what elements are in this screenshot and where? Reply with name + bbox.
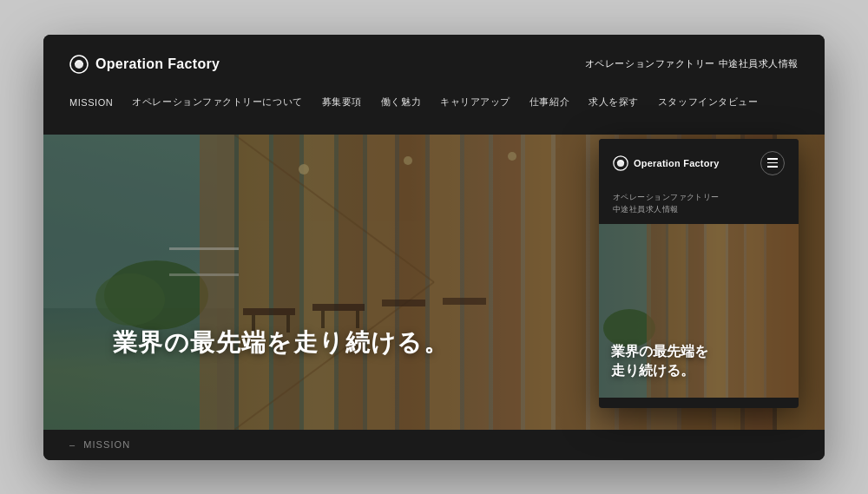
hamburger-icon xyxy=(767,158,778,168)
hamburger-line-2 xyxy=(767,162,778,164)
mobile-subtitle-line2: 中途社員求人情報 xyxy=(613,203,785,215)
nav-item-mission[interactable]: MISSION xyxy=(69,97,113,108)
mission-dash: – xyxy=(69,439,75,450)
mobile-header: Operation Factory xyxy=(599,139,799,188)
mobile-logo-text: Operation Factory xyxy=(634,158,719,168)
mobile-logo-area: Operation Factory xyxy=(613,155,719,171)
mobile-subtitle: オペレーションファクトリー 中途社員求人情報 xyxy=(599,188,799,225)
nav-item-search[interactable]: 求人を探す xyxy=(589,96,639,109)
logo-area: Operation Factory xyxy=(69,55,220,74)
hamburger-line-1 xyxy=(767,158,778,160)
mobile-subtitle-line1: オペレーションファクトリー xyxy=(613,191,785,203)
desktop-header: Operation Factory オペレーションファクトリー 中途社員求人情報… xyxy=(43,35,825,135)
top-bar: Operation Factory オペレーションファクトリー 中途社員求人情報 xyxy=(43,35,825,87)
logo-icon xyxy=(69,55,89,74)
mobile-hero-line2: 走り続ける。 xyxy=(611,361,708,380)
mobile-hero: 業界の最先端を 走り続ける。 xyxy=(599,224,799,398)
browser-window: Operation Factory オペレーションファクトリー 中途社員求人情報… xyxy=(43,35,825,460)
hamburger-line-3 xyxy=(767,166,778,168)
mission-label: MISSION xyxy=(83,439,130,450)
nav-item-about[interactable]: オペレーションファクトリーについて xyxy=(132,96,302,109)
top-right-text: オペレーションファクトリー 中途社員求人情報 xyxy=(585,57,799,70)
nav-item-requirements[interactable]: 募集要項 xyxy=(322,96,362,109)
nav-item-jobs[interactable]: 仕事紹介 xyxy=(529,96,569,109)
mobile-hero-text: 業界の最先端を 走り続ける。 xyxy=(611,342,708,381)
hero-tagline: 業界の最先端を走り続ける。 xyxy=(113,326,449,359)
nav-item-appeal[interactable]: 働く魅力 xyxy=(381,96,421,109)
nav-item-career[interactable]: キャリアアップ xyxy=(440,96,510,109)
mobile-menu-button[interactable] xyxy=(760,151,785,175)
logo-text: Operation Factory xyxy=(95,56,220,72)
bottom-section: – MISSION xyxy=(43,430,825,460)
nav-bar: MISSION オペレーションファクトリーについて 募集要項 働く魅力 キャリア… xyxy=(43,87,825,118)
mobile-logo-icon xyxy=(613,155,628,171)
mobile-overlay: Operation Factory オペレーションファクトリー 中途社員求人情報 xyxy=(599,139,799,408)
mobile-hero-line1: 業界の最先端を xyxy=(611,342,708,361)
nav-item-interview[interactable]: スタッフインタビュー xyxy=(658,96,759,109)
